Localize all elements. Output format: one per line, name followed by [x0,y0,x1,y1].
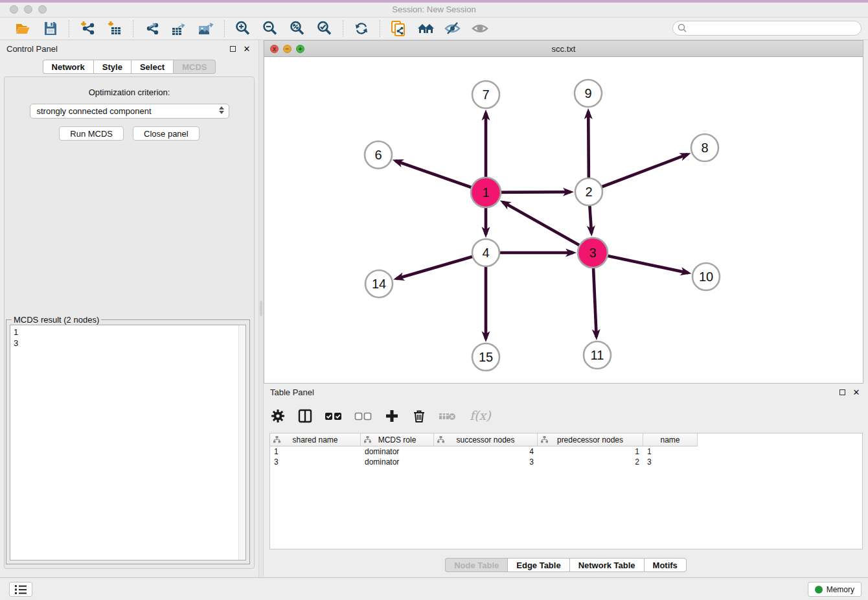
network-canvas[interactable]: 7968124314101511 [264,57,863,383]
cell-1-4[interactable]: 3 [643,457,698,467]
titlebar-accent-strip [0,0,868,3]
node-11[interactable]: 11 [584,341,611,369]
memory-status-icon [815,586,823,594]
tab-mcds[interactable]: MCDS [173,60,216,74]
node-15[interactable]: 15 [472,343,499,371]
table-panel-title: Table Panel [270,387,314,397]
tab-network-table[interactable]: Network Table [569,558,644,572]
node-table[interactable]: shared nameMCDS rolesuccessor nodesprede… [269,433,863,549]
export-table-icon[interactable] [170,19,188,38]
node-1[interactable]: 1 [471,178,501,207]
cell-0-3[interactable]: 1 [538,446,643,457]
node-label-2: 2 [585,185,592,199]
function-icon: f(x) [468,408,493,424]
deselect-all-icon[interactable] [354,408,372,424]
app-titlebar: Session: New Session [0,0,868,17]
control-panel: Control Panel ✕ NetworkStyleSelectMCDS O… [0,40,258,577]
mcds-result-group: MCDS result (2 nodes) 1 3 [6,319,250,564]
node-label-8: 8 [701,141,708,155]
close-panel-icon[interactable]: ✕ [242,43,252,54]
split-divider-vertical[interactable] [258,40,264,577]
split-handle-vertical[interactable] [260,301,262,316]
zoom-out-icon[interactable] [261,19,279,38]
refresh-icon[interactable] [352,19,371,38]
import-network-icon[interactable] [78,19,97,38]
node-label-14: 14 [372,277,386,291]
network-window-titlebar[interactable]: x − + scc.txt [264,41,863,57]
select-stepper-icon [219,106,224,114]
mcds-panel: Optimization criterion: strongly connect… [4,76,255,569]
memory-label: Memory [827,585,854,594]
node-7[interactable]: 7 [472,81,499,108]
zoom-selected-icon[interactable] [315,19,334,38]
column-header-predecessor-nodes[interactable]: predecessor nodes [538,433,643,446]
zoom-fit-icon[interactable] [288,19,306,38]
table-row-0[interactable]: 1dominator411 [270,446,862,457]
node-8[interactable]: 8 [691,134,718,161]
column-header-name[interactable]: name [643,433,698,446]
column-type-icon [541,436,548,445]
result-scrollbar[interactable] [238,325,246,560]
table-header-row: shared nameMCDS rolesuccessor nodesprede… [270,433,862,446]
column-view-icon[interactable] [297,408,313,424]
column-header-MCDS-role[interactable]: MCDS role [361,433,434,446]
task-history-button[interactable] [9,582,32,597]
node-label-15: 15 [479,350,493,364]
node-label-4: 4 [482,246,489,260]
zoom-in-icon[interactable] [234,19,252,38]
edge-2-8[interactable] [589,154,688,192]
tab-select[interactable]: Select [131,60,173,74]
export-image-icon[interactable] [197,19,215,38]
column-header-successor-nodes[interactable]: successor nodes [434,433,538,446]
optimization-criterion-select[interactable]: strongly connected component [30,104,229,119]
column-type-icon [273,436,280,445]
gear-icon[interactable] [270,408,286,424]
float-panel-icon[interactable] [227,43,238,54]
node-9[interactable]: 9 [575,80,602,107]
tab-style[interactable]: Style [93,60,131,74]
node-3[interactable]: 3 [578,238,608,268]
cell-0-1[interactable]: dominator [361,446,434,457]
cell-1-2[interactable]: 3 [434,457,538,467]
show-all-icon[interactable] [471,19,489,38]
tab-edge-table[interactable]: Edge Table [507,558,569,572]
cell-0-0[interactable]: 1 [270,446,361,457]
run-mcds-button[interactable]: Run MCDS [59,126,124,141]
mcds-result-list[interactable]: 1 3 [10,325,246,560]
save-icon[interactable] [41,19,60,38]
toolbar-group-4 [343,19,380,38]
memory-button[interactable]: Memory [808,582,862,597]
cell-1-0[interactable]: 3 [270,457,361,467]
table-row-1[interactable]: 3dominator323 [270,457,862,467]
table-body: 1dominator4113dominator323 [270,446,862,467]
column-header-shared-name[interactable]: shared name [270,433,361,446]
close-table-panel-icon[interactable]: ✕ [851,387,862,397]
tab-node-table[interactable]: Node Table [445,558,507,572]
close-panel-button[interactable]: Close panel [133,126,200,141]
status-bar: Memory [0,577,868,600]
export-network-icon[interactable] [143,19,161,38]
tab-motifs[interactable]: Motifs [644,558,687,572]
delete-row-icon[interactable] [411,408,427,424]
node-4[interactable]: 4 [472,239,499,266]
open-folder-icon[interactable] [14,19,32,38]
node-14[interactable]: 14 [365,270,393,297]
node-10[interactable]: 10 [692,263,720,290]
add-row-icon[interactable] [384,408,400,424]
tab-network[interactable]: Network [43,60,93,74]
cell-0-4[interactable]: 1 [643,446,698,457]
toolbar-group-3 [225,19,343,38]
hide-selected-icon[interactable] [444,19,462,38]
node-2[interactable]: 2 [575,178,602,205]
home-icon[interactable] [417,19,435,38]
table-panel: Table Panel ✕ f(x) shared nameMCDS roles… [264,384,868,577]
cell-0-2[interactable]: 4 [434,446,538,457]
float-table-panel-icon[interactable] [837,387,847,397]
cell-1-1[interactable]: dominator [361,457,434,467]
node-6[interactable]: 6 [365,141,392,168]
import-table-icon[interactable] [106,19,124,38]
cell-1-3[interactable]: 2 [538,457,643,467]
select-all-icon[interactable] [325,408,343,424]
search-input[interactable] [672,21,862,36]
clone-network-icon[interactable] [389,19,407,38]
